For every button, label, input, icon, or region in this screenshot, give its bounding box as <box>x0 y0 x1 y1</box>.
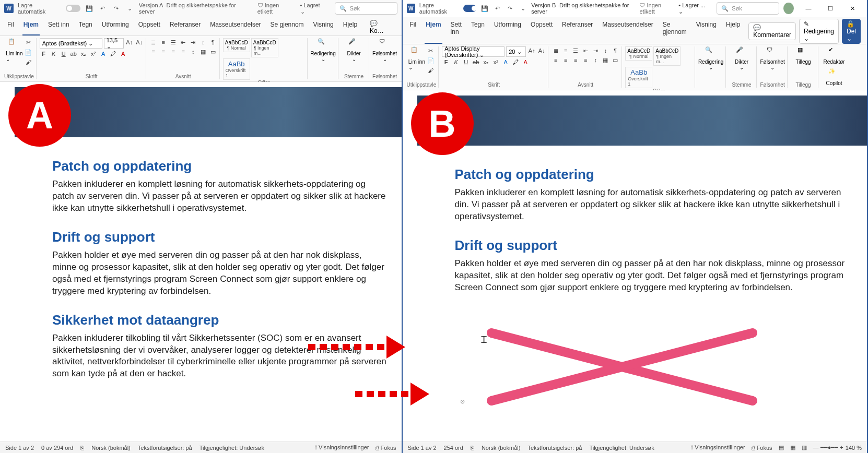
style-heading1[interactable]: AaBbOverskrift 1 <box>223 58 250 80</box>
sort-icon[interactable]: ↕ <box>601 46 609 55</box>
borders-icon[interactable]: ▭ <box>209 47 217 56</box>
cut-icon[interactable]: ✂ <box>427 46 435 55</box>
status-spellcheck-icon[interactable]: ⎘ <box>471 445 474 451</box>
redo-icon[interactable]: ↷ <box>112 4 121 13</box>
tab-masseutsendelser[interactable]: Masseutsendelser <box>209 19 262 35</box>
status-accessibility[interactable]: Tilgjengelighet: Undersøk <box>200 445 264 451</box>
align-right-icon[interactable]: ≡ <box>571 56 580 64</box>
status-predictions[interactable]: Tekstforutsigelser: på <box>138 445 192 451</box>
style-nospace[interactable]: AaBbCcD¶ Ingen m... <box>653 46 681 66</box>
dictate-button[interactable]: 🎤Dikter⌄ <box>729 46 754 70</box>
tab-referanser[interactable]: Referanser <box>169 19 202 35</box>
style-heading1[interactable]: AaBbOverskrift 1 <box>625 67 652 88</box>
grow-font-icon[interactable]: A↑ <box>527 46 536 55</box>
editing-button[interactable]: 🔍Redigering⌄ <box>311 38 336 62</box>
status-display-settings[interactable]: ⟟ Visningsinnstillinger <box>691 444 745 451</box>
save-icon[interactable]: 💾 <box>85 4 94 13</box>
strike-button[interactable]: ab <box>472 58 480 66</box>
font-color-icon[interactable]: A <box>521 58 530 66</box>
tab-se gjennom[interactable]: Se gjennom <box>662 19 688 44</box>
tab-referanser[interactable]: Referanser <box>561 19 594 44</box>
grow-font-icon[interactable]: A↑ <box>125 38 134 46</box>
style-normal[interactable]: AaBbCcD¶ Normal <box>223 38 250 52</box>
view-read-icon[interactable]: ▤ <box>779 444 784 451</box>
superscript-button[interactable]: x² <box>491 58 500 66</box>
pilcrow-icon[interactable]: ¶ <box>611 46 619 55</box>
tab-tegn[interactable]: Tegn <box>470 19 486 44</box>
copy-icon[interactable]: 📄 <box>24 48 32 56</box>
tab-hjem[interactable]: Hjem <box>22 19 40 35</box>
justify-icon[interactable]: ≡ <box>581 56 590 64</box>
document-canvas[interactable]: B Patch og oppdatering Pakken inkluderer… <box>403 90 867 442</box>
font-name-select[interactable]: Aptos Display (Overskrifter) ⌄ <box>442 46 505 57</box>
justify-icon[interactable]: ≡ <box>179 47 187 56</box>
save-icon[interactable]: 💾 <box>480 4 489 13</box>
sensitivity-button[interactable]: 🛡Følsomhet⌄ <box>372 38 397 62</box>
sensitivity-label[interactable]: 🛡 Ingen etikett <box>257 2 296 15</box>
shading-icon[interactable]: ▦ <box>199 47 207 56</box>
autosave-toggle[interactable] <box>463 5 476 12</box>
tab-fil[interactable]: Fil <box>409 19 418 44</box>
tab-fil[interactable]: Fil <box>6 19 15 35</box>
status-words[interactable]: 0 av 294 ord <box>41 445 73 451</box>
font-name-select[interactable]: Aptos (Brødtekst) ⌄ <box>40 38 102 49</box>
autosave-toggle[interactable] <box>66 5 80 12</box>
tab-oppsett[interactable]: Oppsett <box>137 19 161 35</box>
tab-se gjennom[interactable]: Se gjennom <box>269 19 305 35</box>
underline-button[interactable]: U <box>60 50 68 58</box>
status-language[interactable]: Norsk (bokmål) <box>91 445 131 451</box>
view-print-icon[interactable]: ▦ <box>790 444 795 451</box>
status-words[interactable]: 254 ord <box>444 445 463 451</box>
bullets-icon[interactable]: ≣ <box>552 46 560 55</box>
view-web-icon[interactable]: ▥ <box>802 444 807 451</box>
minimize-button[interactable]: — <box>798 1 819 16</box>
tab-visning[interactable]: Visning <box>695 19 718 44</box>
status-predictions[interactable]: Tekstforutsigelser: på <box>527 445 582 451</box>
editing-button[interactable]: 🔍Redigering⌄ <box>698 46 723 70</box>
maximize-button[interactable]: ☐ <box>820 1 841 16</box>
align-center-icon[interactable]: ≡ <box>159 47 168 56</box>
multilevel-icon[interactable]: ☰ <box>571 46 580 55</box>
undo-icon[interactable]: ↶ <box>494 4 502 13</box>
document-canvas[interactable]: A Patch og oppdatering Pakken inkluderer… <box>0 82 402 442</box>
font-size-select[interactable]: 20 ⌄ <box>506 46 526 57</box>
tab-visning[interactable]: Visning <box>312 19 335 35</box>
indent-icon[interactable]: ⇥ <box>591 46 600 55</box>
search-input[interactable]: 🔍Søk <box>717 2 779 15</box>
font-size-select[interactable]: 13,5 ⌄ <box>104 38 124 49</box>
dictate-button[interactable]: 🎤Dikter⌄ <box>342 38 367 62</box>
subscript-button[interactable]: x₂ <box>79 50 88 58</box>
tab-tegn[interactable]: Tegn <box>78 19 93 35</box>
share-button[interactable]: 🔓 Del ⌄ <box>842 19 861 44</box>
align-left-icon[interactable]: ≡ <box>149 47 158 56</box>
copy-icon[interactable]: 📄 <box>427 56 435 65</box>
outdent-icon[interactable]: ⇤ <box>179 38 187 46</box>
bold-button[interactable]: F <box>40 50 48 58</box>
font-color-icon[interactable]: A <box>119 50 127 58</box>
highlight-icon[interactable]: 🖍 <box>511 58 520 66</box>
comments-button[interactable]: 💬 Kommentarer <box>748 22 796 40</box>
tab-masseutsendelser[interactable]: Masseutsendelser <box>601 19 654 44</box>
underline-button[interactable]: U <box>462 58 470 66</box>
copilot-button[interactable]: ✨Copilot <box>822 68 847 86</box>
status-focus[interactable]: ⎙ Fokus <box>752 445 772 451</box>
search-input[interactable]: 🔍Søk <box>335 2 397 15</box>
tab-hjelp[interactable]: Hjelp <box>342 19 358 35</box>
user-avatar[interactable] <box>783 3 794 14</box>
style-nospace[interactable]: AaBbCcD¶ Ingen m... <box>251 38 278 57</box>
tab-hjem[interactable]: Hjem <box>425 19 442 44</box>
pilcrow-icon[interactable]: ¶ <box>209 38 217 46</box>
status-page[interactable]: Side 1 av 2 <box>5 445 34 451</box>
line-spacing-icon[interactable]: ↕ <box>591 56 600 64</box>
text-effects-icon[interactable]: A <box>99 50 108 58</box>
shrink-font-icon[interactable]: A↓ <box>135 38 144 46</box>
status-accessibility[interactable]: Tilgjengelighet: Undersøk <box>589 445 654 451</box>
tab-utforming[interactable]: Utforming <box>101 19 130 35</box>
editor-button[interactable]: ✔Redaktør <box>822 46 847 65</box>
status-spellcheck-icon[interactable]: ⎘ <box>80 445 84 451</box>
outdent-icon[interactable]: ⇤ <box>581 46 590 55</box>
zoom-slider[interactable]: — ━━●━━ + 140 % <box>813 444 862 451</box>
indent-icon[interactable]: ⇥ <box>189 38 197 46</box>
subscript-button[interactable]: x₂ <box>482 58 490 66</box>
format-painter-icon[interactable]: 🖌 <box>24 58 32 66</box>
